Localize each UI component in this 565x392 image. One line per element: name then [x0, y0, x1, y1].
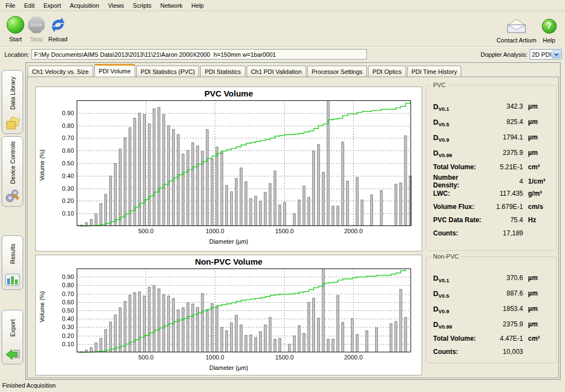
menubar: File Edit Export Acquisition Views Scrip…: [0, 0, 565, 11]
stat-unit: µm: [523, 118, 551, 126]
tab-ch1-pdi-validation[interactable]: Ch1 PDI Validation: [247, 66, 306, 77]
stat-row-dv05: DV0.5 887.6µm: [433, 286, 551, 301]
stat-value: 1794.1: [483, 133, 523, 141]
doppler-analysis-select[interactable]: 2D PDI: [530, 49, 562, 60]
stop-icon: STOP: [28, 17, 45, 33]
start-icon: [7, 16, 24, 34]
app-window: { "menubar": { "items": ["File", "Edit",…: [0, 0, 565, 392]
sidebar-device-controls-label: Device Controls: [9, 141, 16, 184]
stat-row-counts: Counts: 17,189: [433, 227, 551, 240]
contact-artium-label: Contact Artium: [495, 37, 537, 44]
menu-item-views[interactable]: Views: [104, 1, 129, 10]
help-button[interactable]: ? Help: [539, 16, 559, 44]
pvc-volume-x-axis-label: Diameter (µm): [36, 238, 422, 245]
stat-unit: g/m³: [523, 190, 551, 197]
stat-row-dv05: DV0.5 825.4µm: [433, 114, 551, 130]
stat-value: 117.435: [483, 190, 523, 197]
sidebar-item-results[interactable]: Results: [2, 235, 23, 290]
stop-button[interactable]: STOP Stop: [26, 15, 47, 42]
tab-pdi-volume[interactable]: PDI Volume: [94, 64, 135, 77]
tab-pdi-time-history[interactable]: PDI Time History: [407, 66, 462, 77]
nonpvc-volume-chart-canvas: [46, 266, 417, 363]
stat-row-volume-flux: Volume Flux: 1.679E-1cm/s: [433, 200, 551, 213]
menu-item-scripts[interactable]: Scripts: [129, 1, 156, 10]
sidebar-results-label: Results: [9, 244, 16, 264]
pvc-volume-y-axis-label: Volume (%): [39, 149, 45, 181]
tab-pdi-statistics-pvc[interactable]: PDI Statistics (PVC): [136, 66, 199, 77]
chevron-down-icon[interactable]: [552, 50, 561, 58]
nonpvc-stats-title: Non-PVC: [431, 253, 461, 260]
stat-row-pvc-data-rate: PVC Data Rate: 75.4Hz: [433, 213, 551, 227]
stat-row-dv01: DV0.1 342.3µm: [433, 99, 551, 114]
stat-unit: µm: [523, 149, 551, 157]
menu-item-file[interactable]: File: [1, 1, 20, 10]
export-arrow-icon: [5, 346, 20, 361]
stat-row-dv09: DV0.9 1794.1µm: [433, 130, 551, 145]
tab-pdi-statistics[interactable]: PDI Statistics: [200, 66, 245, 77]
stat-unit: cm/s: [523, 203, 551, 211]
stat-unit: cm³: [523, 163, 551, 171]
tab-pdi-optics[interactable]: PDI Optics: [368, 66, 406, 77]
sidebar-item-device-controls[interactable]: Device Controls: [2, 136, 23, 207]
stat-value: 825.4: [483, 118, 523, 126]
envelope-icon: [506, 18, 527, 34]
start-button[interactable]: Start: [3, 15, 28, 42]
tab-processor-settings[interactable]: Processor Settings: [307, 66, 367, 77]
stat-unit: µm: [523, 305, 551, 313]
location-input[interactable]: [31, 49, 367, 60]
nonpvc-volume-chart-panel: Non-PVC Volume Volume (%) Diameter (µm): [35, 255, 422, 375]
stat-value: 10,003: [483, 348, 523, 356]
doppler-analysis-value: 2D PDI: [530, 51, 552, 58]
stat-unit: cm³: [523, 335, 551, 342]
tab-ch1-velocity-vs-size[interactable]: Ch1 Velocity vs. Size: [28, 66, 93, 77]
stat-value: 2375.9: [483, 320, 523, 328]
stat-row-counts: Counts: 10,003: [433, 345, 551, 358]
contact-artium-button[interactable]: Contact Artium: [495, 16, 537, 44]
sidebar-export-label: Export: [9, 319, 16, 337]
pvc-volume-chart-canvas: [46, 98, 417, 237]
stat-value: 1853.4: [483, 305, 523, 313]
sidebar-item-export[interactable]: Export: [2, 310, 23, 364]
stat-row-total-volume: Total Volume: 5.21E-1cm³: [433, 160, 551, 174]
nonpvc-volume-y-axis-label: Volume (%): [39, 291, 45, 323]
menu-item-edit[interactable]: Edit: [20, 1, 39, 10]
help-button-label: Help: [539, 37, 559, 44]
stat-unit: Hz: [523, 216, 551, 224]
nonpvc-volume-x-axis-label: Diameter (µm): [36, 364, 422, 371]
folders-icon: [5, 115, 20, 131]
menu-item-network[interactable]: Network: [156, 1, 186, 10]
stat-value: 75.4: [483, 216, 523, 224]
gears-icon: [5, 188, 20, 203]
bar-chart-icon: [5, 271, 20, 287]
pvc-volume-chart-panel: PVC Volume Volume (%) Diameter (µm): [35, 87, 422, 251]
stat-unit: 1/cm³: [523, 178, 551, 185]
menu-item-help[interactable]: Help: [187, 1, 209, 10]
stat-unit: µm: [523, 320, 551, 328]
reload-button[interactable]: Reload: [46, 15, 70, 42]
stat-row-number-density: Number Density: 41/cm³: [433, 174, 551, 187]
stat-row-dv099: DV0.99 2375.9µm: [433, 316, 551, 332]
stat-unit: µm: [523, 274, 551, 282]
toolbar-divider: [0, 46, 565, 47]
pvc-stats-title: PVC: [431, 82, 448, 88]
stat-value: 2375.9: [483, 149, 523, 157]
stat-row-dv09: DV0.9 1853.4µm: [433, 301, 551, 316]
help-icon: ?: [542, 19, 557, 34]
doppler-analysis-label: Doppler Analysis:: [472, 51, 527, 58]
sidebar-item-data-library[interactable]: Data Library: [2, 70, 23, 134]
stat-unit: µm: [523, 289, 551, 297]
status-text: Finished Acquisition: [2, 382, 56, 389]
stat-row-dv099: DV0.99 2375.9µm: [433, 145, 551, 160]
sidebar-data-library-label: Data Library: [9, 77, 16, 110]
reload-button-label: Reload: [46, 36, 70, 42]
menu-item-export[interactable]: Export: [39, 1, 66, 10]
nonpvc-stats-groupbox: Non-PVC DV0.1 370.6µm DV0.5 887.6µm DV0.…: [426, 256, 557, 363]
stat-value: 342.3: [483, 103, 523, 110]
menu-item-acquisition[interactable]: Acquisition: [66, 1, 104, 10]
stat-unit: µm: [523, 103, 551, 110]
nonpvc-volume-chart-title: Non-PVC Volume: [36, 257, 422, 266]
reload-icon: [49, 16, 67, 34]
stat-value: 1.679E-1: [483, 203, 523, 211]
stat-value: 17,189: [483, 229, 523, 237]
stat-value: 4: [483, 178, 523, 185]
